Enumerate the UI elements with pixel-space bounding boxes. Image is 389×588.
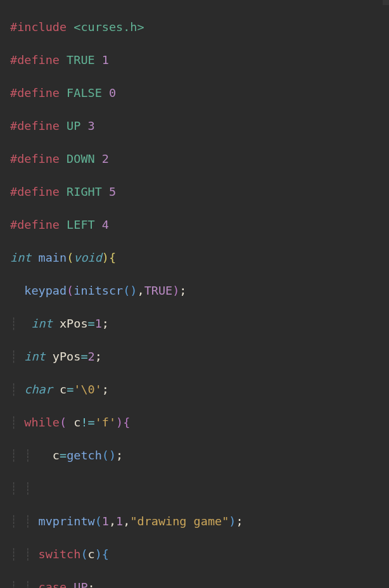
code-line: #define TRUE 1 — [10, 52, 389, 68]
minimap-strip — [383, 0, 389, 5]
code-line: ┊ int yPos=2; — [10, 348, 389, 365]
code-line: ┊ char c='\0'; — [10, 381, 389, 398]
code-line: #define UP 3 — [10, 118, 389, 134]
code-line: #include <curses.h> — [10, 19, 389, 35]
code-line: #define LEFT 4 — [10, 217, 389, 233]
code-line: keypad(initscr(),TRUE); — [10, 283, 389, 299]
code-line: ┊ while( c!='f'){ — [10, 414, 389, 431]
code-editor[interactable]: #include <curses.h> #define TRUE 1 #defi… — [0, 0, 389, 588]
code-line: ┊ ┊ — [10, 480, 389, 497]
code-line: #define RIGHT 5 — [10, 184, 389, 200]
code-line: #define FALSE 0 — [10, 85, 389, 101]
code-line: ┊ ┊ c=getch(); — [10, 447, 389, 464]
code-line: ┊ ┊ mvprintw(1,1,"drawing game"); — [10, 513, 389, 530]
code-line: int main(void){ — [10, 250, 389, 266]
code-line: #define DOWN 2 — [10, 151, 389, 167]
code-line: ┊ ┊ case UP: — [10, 579, 389, 588]
code-line: ┊ ┊ switch(c){ — [10, 546, 389, 563]
code-line: ┊ int xPos=1; — [10, 316, 389, 332]
